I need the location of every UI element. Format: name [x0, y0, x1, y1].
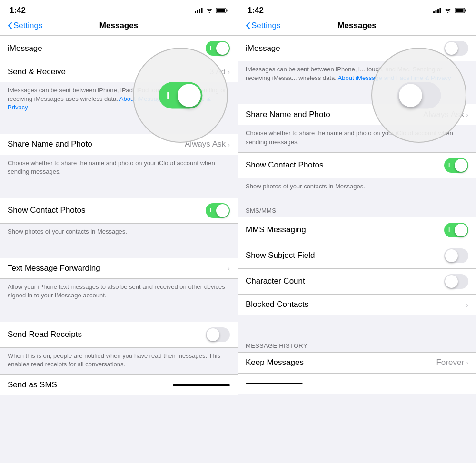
battery-icon-right — [455, 8, 466, 13]
send-read-receipts-toggle-left[interactable] — [206, 327, 230, 342]
imessage-link-right[interactable]: About iMessage and FaceTime & Privacy — [338, 74, 451, 81]
svg-rect-1 — [197, 10, 198, 14]
back-button-left[interactable]: Settings — [8, 21, 42, 30]
svg-rect-5 — [227, 10, 228, 12]
text-msg-forwarding-description-left: Allow your iPhone text messages to also … — [0, 279, 238, 305]
back-button-right[interactable]: Settings — [246, 21, 280, 30]
svg-rect-6 — [217, 9, 225, 12]
separator-2-left — [0, 182, 238, 198]
separator-2-right — [238, 315, 476, 332]
show-contact-photos-toggle-right[interactable]: I — [444, 158, 468, 173]
nav-bar-right: Settings Messages — [238, 18, 476, 35]
signal-icon-right — [433, 8, 441, 13]
nav-bar-left: Settings Messages — [0, 18, 238, 35]
chevron-icon: › — [228, 264, 230, 272]
status-bar-right: 1:42 — [238, 0, 476, 18]
send-receive-cell-left[interactable]: Send & Receive 3 Ad › — [0, 61, 238, 82]
svg-rect-3 — [201, 8, 203, 13]
status-icons-left — [195, 8, 228, 13]
blocked-contacts-cell-right[interactable]: Blocked Contacts › — [238, 295, 476, 315]
show-contact-photos-description-right: Show photos of your contacts in Messages… — [238, 178, 476, 197]
share-name-description-right: Choose whether to share the name and pho… — [238, 125, 476, 152]
send-as-sms-row-left: Send as SMS — [0, 374, 238, 395]
progress-line-left — [173, 384, 230, 386]
show-subject-field-cell-right: Show Subject Field — [238, 243, 476, 269]
show-contact-photos-cell-right: Show Contact Photos I — [238, 152, 476, 178]
character-count-cell-right: Character Count — [238, 269, 476, 295]
svg-rect-10 — [440, 8, 441, 13]
svg-rect-8 — [436, 10, 437, 14]
chevron-icon: › — [228, 140, 230, 148]
smsmms-header-right: SMS/MMS — [238, 197, 476, 217]
svg-rect-0 — [195, 11, 196, 13]
battery-icon-left — [216, 8, 228, 13]
separator-4-left — [0, 306, 238, 322]
imessage-cell-left: iMessage I — [0, 35, 238, 61]
wifi-icon-left — [206, 8, 213, 13]
separator-1-right — [238, 88, 476, 104]
share-name-cell-left[interactable]: Share Name and Photo Always Ask › — [0, 134, 238, 155]
chevron-icon: › — [466, 301, 468, 309]
svg-rect-9 — [437, 9, 439, 13]
share-name-cell-right[interactable]: Share Name and Photo Always Ask › — [238, 104, 476, 125]
imessage-toggle-right[interactable] — [444, 41, 468, 56]
send-read-receipts-cell-left: Send Read Receipts — [0, 322, 238, 348]
share-name-description-left: Choose whether to share the name and pho… — [0, 155, 238, 182]
imessage-toggle-left[interactable]: I — [206, 41, 230, 56]
left-panel: I 1:42 — [0, 0, 238, 463]
imessage-description-left: iMessages can be sent between iPhone, iP… — [0, 82, 238, 118]
status-icons-right — [433, 8, 466, 13]
msg-history-header-right: MESSAGE HISTORY — [238, 332, 476, 352]
show-subject-field-toggle-right[interactable] — [444, 248, 468, 263]
separator-1-left — [0, 118, 238, 134]
character-count-toggle-right[interactable] — [444, 274, 468, 289]
wifi-icon-right — [444, 8, 452, 13]
imessage-cell-right: iMessage — [238, 35, 476, 61]
keep-messages-cell-right[interactable]: Keep Messages Forever › — [238, 352, 476, 373]
back-chevron-left — [8, 22, 12, 30]
show-contact-photos-toggle-left[interactable]: I — [206, 203, 230, 218]
right-panel: 1:42 Settings — [238, 0, 476, 463]
settings-list-left: iMessage I Send & Receive 3 Ad › iMessag… — [0, 35, 238, 395]
svg-rect-2 — [199, 9, 200, 13]
mms-messaging-toggle-right[interactable]: I — [444, 223, 468, 237]
back-chevron-right — [246, 22, 250, 30]
chevron-icon: › — [466, 110, 468, 118]
status-bar-left: 1:42 — [0, 0, 238, 18]
svg-rect-12 — [465, 10, 466, 12]
show-contact-photos-cell-left: Show Contact Photos I — [0, 198, 238, 224]
page-title-left: Messages — [99, 21, 138, 30]
show-contact-photos-description-left: Show photos of your contacts in Messages… — [0, 224, 238, 242]
bottom-bar-right — [238, 373, 476, 394]
progress-line-right — [246, 383, 303, 384]
mms-messaging-cell-right: MMS Messaging I — [238, 217, 476, 243]
chevron-icon: › — [228, 68, 230, 76]
svg-rect-7 — [433, 11, 435, 13]
settings-list-right: iMessage iMessages can be sent between i… — [238, 35, 476, 394]
text-msg-forwarding-cell-left[interactable]: Text Message Forwarding › — [0, 258, 238, 279]
separator-3-left — [0, 242, 238, 258]
svg-rect-13 — [456, 9, 464, 12]
time-right: 1:42 — [248, 6, 264, 15]
chevron-icon: › — [466, 358, 468, 366]
signal-icon-left — [195, 8, 203, 13]
time-left: 1:42 — [10, 6, 26, 15]
send-read-receipts-description-left: When this is on, people are notified whe… — [0, 348, 238, 374]
page-title-right: Messages — [337, 21, 376, 30]
imessage-description-right: iMessages can be sent between iPhone, i.… — [238, 61, 476, 88]
